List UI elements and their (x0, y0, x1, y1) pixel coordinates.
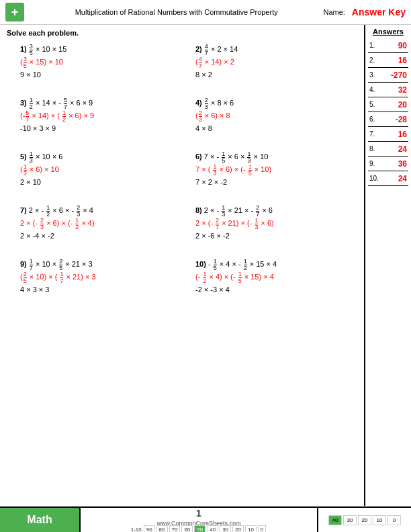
page: + Multiplication of Rational Numbers wit… (0, 0, 411, 532)
score-box: 10 (245, 525, 257, 533)
problem-7-step1: 2 × (- 23 × 6) × (- 12 × 4) (20, 218, 178, 230)
score-box: 70 (169, 525, 181, 533)
answer-items-container: 1.902.163.-2704.325.206.-287.168.249.361… (368, 38, 408, 186)
logo: + (5, 3, 24, 21)
instruction: Solve each problem. (7, 29, 357, 37)
answer-item: 2.16 (368, 53, 408, 68)
score-box: 0 (258, 525, 266, 533)
answer-num: 5. (369, 101, 380, 108)
answer-val: 36 (380, 159, 407, 169)
answer-num: 1. (369, 42, 380, 49)
score-box-right: 10 (373, 515, 386, 525)
problem-4-expr: 4) 23 × 8 × 6 (195, 97, 353, 110)
problem-6-step2: 7 × 2 × -2 (195, 177, 353, 188)
answer-key-label: Answer Key (352, 7, 406, 17)
problem-2-step1: (47 × 14) × 2 (195, 56, 353, 69)
answer-num: 10. (369, 175, 380, 182)
answer-item: 7.16 (368, 127, 408, 142)
problem-1-step2: 9 × 10 (20, 69, 178, 81)
problem-9-expr: 9) 17 × 10 × 25 × 21 × 3 (20, 259, 178, 271)
footer-page: 1 (196, 508, 201, 519)
answer-sidebar: Answers 1.902.163.-2704.325.206.-287.168… (364, 25, 411, 506)
answer-num: 3. (369, 71, 380, 79)
problem-7-step2: 2 × -4 × -2 (20, 230, 178, 242)
score-box: 40 (207, 525, 218, 533)
answer-item: 3.-270 (368, 68, 408, 83)
problem-8-step2: 2 × -6 × -2 (195, 230, 353, 242)
answer-item: 8.24 (368, 142, 408, 157)
answer-val: 24 (380, 174, 407, 183)
answer-item: 5.20 (368, 97, 408, 112)
problem-9: 9) 17 × 10 × 25 × 21 × 3 (25 × 10) × ( 1… (7, 256, 182, 310)
answer-val: 16 (380, 56, 407, 65)
score-box: 60 (181, 525, 193, 533)
score-box-right: 40 (328, 515, 342, 525)
answer-val: -270 (380, 71, 407, 80)
problem-7: 7) 2 × - 12 × 6 × - 23 × 4 2 × (- 23 × 6… (7, 202, 182, 256)
footer-score-boxes: 1-10 9080706050403020100 (131, 527, 267, 533)
problem-9-step1: (25 × 10) × ( 17 × 21) × 3 (20, 271, 178, 284)
problems-area: Solve each problem. 1) 35 × 10 × 15 (35 … (0, 25, 364, 506)
answer-val: 90 (380, 41, 407, 50)
answer-val: 16 (380, 130, 407, 139)
problem-3-step1: (-57 × 14) × ( 12 × 6) × 9 (20, 110, 178, 123)
answers-title: Answers (368, 28, 408, 36)
score-range-label: 1-10 (131, 527, 142, 533)
problem-3-step2: -10 × 3 × 9 (20, 123, 178, 134)
answer-num: 6. (369, 116, 380, 123)
problem-8-expr: 8) 2 × - 13 × 21 × - 27 × 6 (195, 205, 353, 218)
score-box-right: 30 (343, 515, 357, 525)
problem-4-step2: 4 × 8 (195, 123, 353, 134)
problem-1-expr: 1) 35 × 10 × 15 (20, 44, 178, 56)
problem-10-expr: 10) - 15 × 4 × - 12 × 15 × 4 (195, 259, 353, 271)
problem-8: 8) 2 × - 13 × 21 × - 27 × 6 2 × (- 27 × … (182, 202, 357, 256)
problem-8-step1: 2 × (- 27 × 21) × (- 13 × 6) (195, 218, 353, 230)
footer: Math 1 www.CommonCoreSheets.com 1-10 908… (0, 506, 411, 532)
score-box: 50 (194, 525, 205, 533)
logo-symbol: + (11, 5, 19, 19)
score-box: 20 (232, 525, 244, 533)
answer-num: 4. (369, 86, 380, 93)
problem-6: 6) 7 × - 15 × 6 × 13 × 10 7 × ( 13 × 6) … (182, 148, 357, 202)
score-boxes-right: 403020100 (328, 515, 402, 525)
answer-item: 10.24 (368, 171, 408, 186)
problem-5: 5) 13 × 10 × 6 (13 × 6) × 10 2 × 10 (7, 148, 182, 202)
score-box-right: 0 (387, 515, 401, 525)
header-name-label: Name: (323, 8, 345, 16)
answer-item: 1.90 (368, 38, 408, 53)
score-box: 90 (144, 525, 155, 533)
problem-9-step2: 4 × 3 × 3 (20, 284, 178, 296)
footer-center: 1 www.CommonCoreSheets.com 1-10 90807060… (81, 508, 317, 532)
main-content: Solve each problem. 1) 35 × 10 × 15 (35 … (0, 25, 411, 506)
problem-3-expr: 3) 12 × 14 × - 57 × 6 × 9 (20, 97, 178, 110)
problem-7-expr: 7) 2 × - 12 × 6 × - 23 × 4 (20, 205, 178, 218)
problem-10: 10) - 15 × 4 × - 12 × 15 × 4 (- 12 × 4) … (182, 256, 357, 310)
answer-num: 2. (369, 56, 380, 64)
answer-num: 7. (369, 130, 380, 138)
score-box: 80 (156, 525, 168, 533)
footer-right: 403020100 (317, 508, 411, 532)
problem-4: 4) 23 × 8 × 6 (23 × 6) × 8 4 × 8 (182, 95, 357, 148)
problem-10-step1: (- 12 × 4) × (- 15 × 15) × 4 (195, 271, 353, 284)
problem-5-step1: (13 × 6) × 10 (20, 164, 178, 177)
answer-num: 8. (369, 145, 380, 152)
answer-num: 9. (369, 160, 380, 167)
answer-item: 4.32 (368, 83, 408, 97)
problem-3: 3) 12 × 14 × - 57 × 6 × 9 (-57 × 14) × (… (7, 95, 182, 148)
problems-grid: 1) 35 × 10 × 15 (35 × 15) × 10 9 × 10 2) (7, 41, 357, 310)
header: + Multiplication of Rational Numbers wit… (0, 0, 411, 25)
answer-val: -28 (380, 115, 407, 124)
problem-4-step1: (23 × 6) × 8 (195, 110, 353, 123)
footer-math-label: Math (0, 508, 81, 532)
answer-val: 24 (380, 144, 407, 154)
score-box: 30 (220, 525, 231, 533)
answer-item: 6.-28 (368, 112, 408, 127)
problem-2: 2) 47 × 2 × 14 (47 × 14) × 2 8 × 2 (182, 41, 357, 95)
problem-1-step1: (35 × 15) × 10 (20, 56, 178, 69)
problem-6-step1: 7 × ( 13 × 6) × (- 15 × 10) (195, 164, 353, 177)
problem-1: 1) 35 × 10 × 15 (35 × 15) × 10 9 × 10 (7, 41, 182, 95)
problem-2-expr: 2) 47 × 2 × 14 (195, 44, 353, 56)
problem-5-expr: 5) 13 × 10 × 6 (20, 151, 178, 164)
problem-6-expr: 6) 7 × - 15 × 6 × 13 × 10 (195, 151, 353, 164)
answer-item: 9.36 (368, 157, 408, 171)
